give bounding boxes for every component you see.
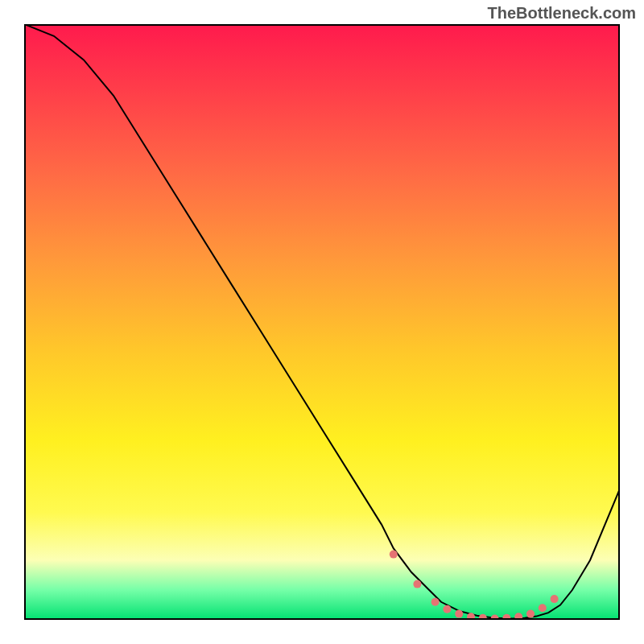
highlight-dot — [551, 595, 559, 603]
highlight-dot — [502, 614, 510, 620]
highlight-dots — [390, 551, 559, 620]
highlight-dot — [479, 614, 487, 620]
chart-svg — [24, 24, 620, 620]
highlight-dot — [455, 610, 463, 618]
highlight-dot — [514, 613, 522, 620]
highlight-dot — [413, 580, 421, 588]
highlight-dot — [539, 604, 547, 612]
highlight-dot — [390, 551, 398, 559]
watermark-text: TheBottleneck.com — [488, 4, 636, 23]
bottleneck-curve — [24, 24, 620, 619]
chart-container — [24, 24, 620, 620]
highlight-dot — [526, 610, 535, 618]
highlight-dot — [443, 605, 451, 613]
highlight-dot — [491, 615, 499, 621]
highlight-dot — [431, 598, 440, 606]
